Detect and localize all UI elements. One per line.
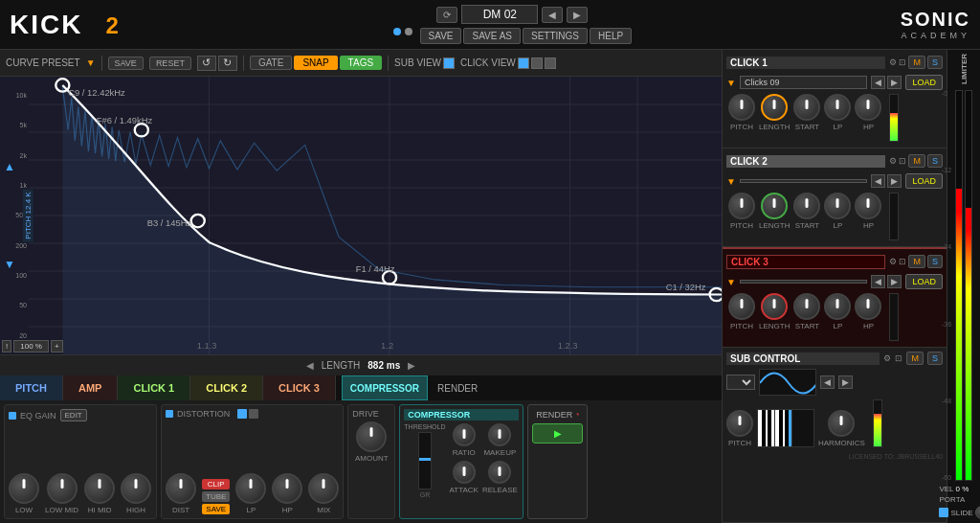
slide-knob[interactable] (975, 506, 980, 519)
tab-compressor[interactable]: COMPRESSOR (342, 375, 428, 400)
click2-pitch-knob[interactable] (728, 193, 755, 219)
click3-load-btn[interactable]: LOAD (905, 274, 943, 289)
click3-lp-knob[interactable] (824, 293, 851, 320)
tags-btn[interactable]: TAGS (340, 56, 382, 70)
wave-prev[interactable]: ◀ (820, 375, 835, 389)
mix-knob[interactable] (308, 473, 339, 504)
save-as-button[interactable]: SAVE AS (463, 28, 521, 44)
click1-settings-icon[interactable]: ⚙ (889, 57, 897, 67)
settings-button[interactable]: SETTINGS (523, 28, 588, 44)
lp-knob[interactable] (235, 473, 266, 504)
tab-click1[interactable]: CLICK 1 (118, 375, 190, 400)
click1-length-knob[interactable] (761, 94, 788, 121)
dist-knob[interactable] (166, 473, 196, 504)
click-view-toggle2[interactable] (531, 57, 543, 69)
click1-m-btn[interactable]: M (908, 56, 925, 69)
clip-button[interactable]: CLIP (202, 479, 230, 489)
sub-control-mute-icon[interactable]: ⊡ (895, 353, 902, 363)
wave-next[interactable]: ▶ (838, 375, 853, 389)
hp-knob[interactable] (272, 473, 302, 504)
wave-select[interactable]: Sine (726, 375, 755, 390)
click2-settings-icon[interactable]: ⚙ (889, 156, 897, 166)
attack-knob[interactable] (453, 461, 476, 484)
sub-harmonics-knob[interactable] (828, 410, 855, 437)
click3-prev[interactable]: ◀ (871, 275, 885, 288)
click2-m-btn[interactable]: M (908, 154, 925, 168)
amount-knob[interactable] (356, 421, 387, 452)
click2-start-knob[interactable] (793, 193, 820, 219)
sub-control-settings-icon[interactable]: ⚙ (883, 353, 891, 363)
click2-prev[interactable]: ◀ (871, 174, 885, 188)
toolbar-save-btn[interactable]: SAVE (108, 57, 144, 70)
next-preset[interactable]: ▶ (567, 7, 588, 23)
prev-preset[interactable]: ◀ (542, 7, 563, 23)
click2-preset[interactable] (740, 179, 868, 183)
tab-amp[interactable]: AMP (63, 375, 118, 400)
gate-btn[interactable]: GATE (250, 56, 292, 70)
curve-preset-arrow[interactable]: ▼ (86, 57, 96, 68)
tube-button[interactable]: TUBE (202, 491, 230, 502)
click1-pitch-knob[interactable] (728, 94, 755, 121)
click1-mute-icon[interactable]: ⊡ (899, 57, 906, 67)
click2-next[interactable]: ▶ (887, 174, 902, 188)
click-view-toggle3[interactable] (545, 57, 556, 69)
low-knob[interactable] (9, 473, 39, 504)
dist-save-button[interactable]: SAVE (202, 504, 230, 514)
sub-view-toggle[interactable] (443, 57, 455, 69)
save-button[interactable]: SAVE (420, 28, 462, 44)
tab-pitch[interactable]: PITCH (0, 375, 63, 400)
tab-click2[interactable]: CLICK 2 (190, 375, 263, 400)
release-knob[interactable] (488, 461, 511, 484)
click3-length-knob[interactable] (761, 293, 788, 320)
click2-mute-icon[interactable]: ⊡ (899, 156, 906, 166)
click-view-toggle1[interactable] (518, 57, 529, 69)
undo-btn[interactable]: ↺ (197, 56, 216, 71)
edit-btn[interactable]: EDIT (60, 409, 87, 421)
zoom-plus[interactable]: + (51, 340, 63, 352)
click1-prev[interactable]: ◀ (871, 76, 885, 89)
click1-s-btn[interactable]: S (927, 56, 943, 69)
snap-btn[interactable]: SNAP (294, 56, 337, 70)
click2-s-btn[interactable]: S (927, 154, 943, 168)
loop-button[interactable]: ⟳ (436, 7, 457, 23)
hi-mid-knob[interactable] (84, 473, 115, 504)
makeup-knob[interactable] (488, 423, 511, 446)
click1-start-knob[interactable] (793, 94, 820, 121)
length-left[interactable]: ◀ (306, 360, 314, 371)
click3-next[interactable]: ▶ (887, 275, 902, 288)
click3-start-knob[interactable] (793, 293, 820, 320)
click2-lp-knob[interactable] (824, 193, 851, 219)
sub-pitch-knob[interactable] (726, 410, 753, 437)
click1-lp-knob[interactable] (824, 94, 851, 121)
click3-mute-icon[interactable]: ⊡ (899, 257, 906, 266)
click3-m-btn[interactable]: M (908, 255, 925, 268)
render-play-btn[interactable]: ▶ (532, 423, 583, 443)
low-mid-knob[interactable] (47, 473, 78, 504)
click1-hp-knob[interactable] (855, 94, 881, 121)
click2-load-btn[interactable]: LOAD (905, 173, 943, 189)
click3-hp-knob[interactable] (855, 293, 881, 320)
click2-dropdown-arrow[interactable]: ▼ (726, 176, 736, 187)
click2-length-knob[interactable] (761, 193, 788, 219)
high-knob[interactable] (121, 473, 151, 504)
click1-next[interactable]: ▶ (887, 76, 902, 89)
click3-dropdown-arrow[interactable]: ▼ (726, 277, 736, 287)
toolbar-reset-btn[interactable]: RESET (149, 57, 191, 70)
click1-load-btn[interactable]: LOAD (905, 75, 943, 90)
click1-dropdown-arrow[interactable]: ▼ (726, 78, 736, 88)
redo-btn[interactable]: ↻ (218, 56, 237, 71)
click3-pitch-knob[interactable] (728, 293, 755, 320)
ratio-knob[interactable] (453, 423, 476, 446)
sub-s-btn[interactable]: S (927, 352, 943, 365)
click3-s-btn[interactable]: S (927, 255, 943, 268)
threshold-slider[interactable] (418, 432, 432, 489)
help-button[interactable]: HELP (590, 28, 632, 44)
length-right[interactable]: ▶ (408, 360, 415, 371)
envelope-svg[interactable]: 1.1.3 1.2 1.2.3 (29, 77, 722, 354)
click3-preset[interactable] (740, 280, 868, 284)
tab-click3[interactable]: CLICK 3 (263, 375, 336, 400)
sub-m-btn[interactable]: M (906, 352, 924, 365)
tab-render[interactable]: RENDER (430, 383, 485, 394)
click2-hp-knob[interactable] (855, 193, 881, 219)
click1-preset[interactable]: Clicks 09 (740, 76, 868, 89)
